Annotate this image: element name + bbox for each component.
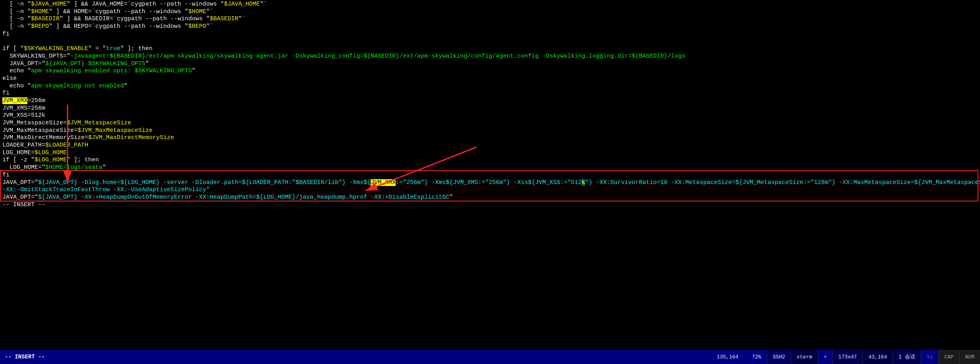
code-line: LOG_HOME="$HOME/logs/seata" [0,164,980,172]
terminal-dims: 173x47 [832,350,862,364]
code-token: LOADER_PATH= [2,142,45,149]
status-right-section: SSH2 xterm ⚡ 173x47 43,164 1 会话 ↑↓ CAP N… [767,350,980,364]
code-token: if [ -z " [2,157,35,163]
code-token: " ] && JAVA_HOME=`cygpath --path --windo… [67,1,224,8]
code-token: else [2,75,17,82]
code-line: JVM_MaxDirectMemorySize=$JVM_MaxDirectMe… [0,134,980,142]
code-token: JVM_XMS=256m [2,105,45,112]
code-token: echo " [2,83,31,89]
code-token: [ -n " [2,15,31,22]
code-token: $JVM_MaxDirectMemorySize [88,134,174,141]
code-token: $REPO [31,23,49,30]
code-token: " ]; then [120,45,153,52]
sessions-label: 1 会话 [893,350,921,364]
code-line: JVM_XMS=256m [0,105,980,112]
code-line: fi [0,172,980,179]
code-token: -- INSERT -- [2,201,45,208]
code-token: " ]; then [67,157,99,163]
code-token: fi [2,90,10,97]
code-token: $JAVA_HOME [31,1,67,8]
code-line: echo "apm-skywalking not enabled" [0,83,980,90]
code-token: LOG_HOME=" [2,164,45,171]
code-token: $BASEDIR [210,15,238,22]
code-token: "` [206,23,213,30]
code-token: "} -XX:SurvivorRatio=10 -XX:MetaspaceSiz… [585,179,980,186]
code-token: " [145,60,149,67]
code-token: $SKYWALKING_ENABLE [24,45,88,52]
code-token: "` [260,1,267,8]
code-line: -- INSERT -- [0,201,980,209]
code-token: $HOME [188,8,206,15]
code-token: $BASEDIR [31,15,60,22]
code-line: LOADER_PATH=$LOADER_PATH [0,142,980,149]
code-token: JVM_MaxMetaspaceSize= [2,127,77,134]
code-token: SKYWALKING_OPTS=" [2,53,70,60]
code-token: $JVM_MaxMetaspaceSize [77,127,153,134]
code-line: fi [0,31,980,38]
arrows-icon: ↑↓ [921,350,939,364]
code-token: =256m [27,97,45,104]
code-token: -javaagent:${BASEDIR}/ext/apm-skywalking… [70,53,685,60]
code-token: JAVA_OPT=" [2,194,38,201]
code-line: JVM_MetaspaceSize=$JVM_MetaspaceSize [0,120,980,127]
code-token: " [192,68,195,74]
code-token: $JAVA_HOME [224,1,260,8]
code-token: if [ " [2,45,24,52]
code-token: JVM_MetaspaceSize= [2,120,67,126]
code-token: JAVA_OPT=" [2,60,45,67]
code-line: if [ -z "$LOG_HOME" ]; then [0,157,980,164]
code-token: $REPO [188,23,206,30]
status-bar: -- INSERT -- 135,164 72% SSH2 xterm ⚡ 17… [0,350,980,364]
cursor-position: 135,164 [709,354,746,360]
code-line: JAVA_OPT="${JAVA_OPT} -XX:+HeapDumpOnOut… [0,194,980,201]
code-line: SKYWALKING_OPTS="-javaagent:${BASEDIR}/e… [0,53,980,60]
icon-label: ⚡ [818,350,833,364]
code-token: ${JAVA_OPT} -XX:+HeapDumpOnOutOfMemoryEr… [38,194,449,201]
xterm-label: xterm [791,350,818,364]
code-token: -XX:-OmitStackTraceInFastThrow -XX:-UseA… [2,186,210,193]
code-line: [ -n "$REPO" ] && REPO=`cygpath --path -… [0,23,980,31]
code-token: echo " [2,68,31,74]
buffer-size: 43,164 [862,350,893,364]
code-token: apm-skywalking not enabled [31,83,124,89]
code-token: $LOG_HOME [35,157,67,163]
scroll-percent: 72% [746,354,767,360]
code-token: " [449,194,453,201]
code-token: " ] && BASEDIR=`cygpath --path --windows… [60,15,210,22]
code-token: true [106,45,120,52]
code-line: JAVA_OPT="${JAVA_OPT} $SKYWALKING_OPTS" [0,60,980,68]
code-token: JVM_MaxDirectMemorySize= [2,134,88,141]
cap-label: CAP [938,350,959,364]
code-token: [ -n " [2,23,31,30]
code-token: " ] && HOME=`cygpath --path --windows " [49,8,188,15]
code-line: JAVA_OPT="${JAVA_OPT} -Dlog.home=${LOG_H… [0,179,980,187]
code-token: fi [2,172,10,178]
code-token: [ -n " [2,1,31,8]
code-line: fi [0,90,980,97]
code-token: $LOADER_PATH [45,142,88,149]
code-line: -XX:-OmitStackTraceInFastThrow -XX:-UseA… [0,186,980,194]
code-line: LOG_HOME=$LOG_HOME [0,149,980,157]
code-line: [ -n "$HOME" ] && HOME=`cygpath --path -… [0,8,980,16]
ssh2-label: SSH2 [767,350,791,364]
code-token: :="256m"} -Xms${JVM_XMS:="256m"} -Xss${J… [396,179,582,186]
code-token: "` [238,15,245,22]
editor-area: [ -n "$JAVA_HOME" ] && JAVA_HOME=`cygpat… [0,0,980,350]
code-token: JVM_XMX [371,179,396,186]
code-token: apm-skywalking enabled opts: $SKYWALKING… [31,68,192,74]
code-token: " = " [88,45,106,52]
code-line: [ -n "$BASEDIR" ] && BASEDIR=`cygpath --… [0,15,980,23]
code-token: " ] && REPO=`cygpath --path --windows " [49,23,188,30]
code-line: JVM_XSS=512k [0,112,980,120]
code-line: if [ "$SKYWALKING_ENABLE" = "true" ]; th… [0,45,980,53]
code-line: JVM_XMX=256m [0,97,980,105]
code-token: JVM_XMX [2,97,27,104]
code-token: " [102,164,106,171]
code-token: $JVM_MetaspaceSize [67,120,131,126]
code-token: ${JAVA_OPT} $SKYWALKING_OPTS [45,60,145,67]
code-token: "` [206,8,213,15]
code-token: LOG_HOME= [2,149,35,156]
code-line: [ -n "$JAVA_HOME" ] && JAVA_HOME=`cygpat… [0,1,980,8]
code-line [0,38,980,45]
code-token: [ -n " [2,8,31,15]
